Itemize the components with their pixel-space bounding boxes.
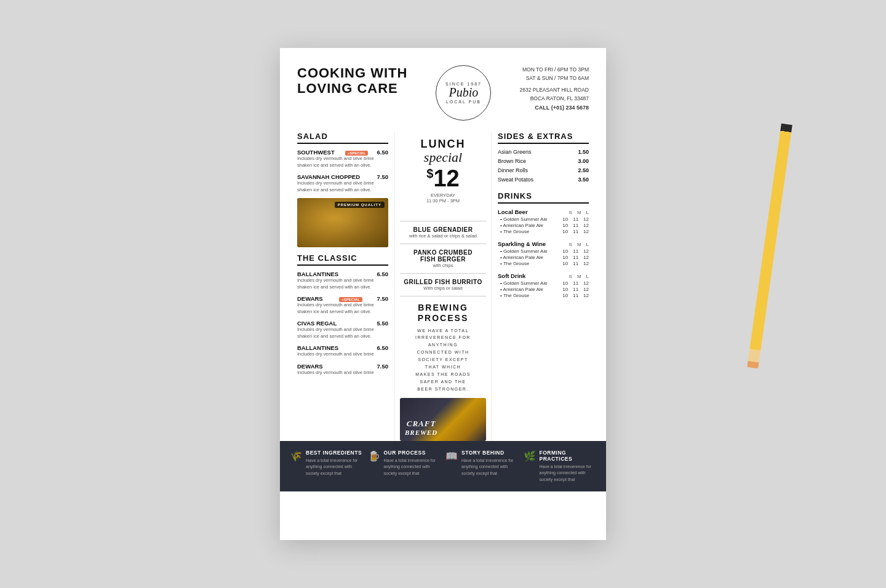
drinks-local-1: • American Pale Ale 10 11 12 bbox=[498, 223, 589, 228]
drinks-soft-0-vals: 10 11 12 bbox=[562, 280, 589, 286]
lunch-dish-0-sub: with rice & salad or chips & salad bbox=[400, 233, 486, 239]
lunch-special-section: LUNCH special $12 EVERYDAY 11:30 PM - 3P… bbox=[400, 132, 486, 216]
lunch-price-value: 12 bbox=[433, 165, 459, 191]
drinks-cat-2: Soft Drink S M L • Golden Summer Ale bbox=[498, 272, 589, 298]
lunch-hours-label: EVERYDAY 11:30 PM - 3PM bbox=[403, 193, 483, 204]
classic-item-1-price: 7.50 bbox=[377, 295, 389, 302]
salad-item-1: Savannah Chopped 7.50 Includes dry vermo… bbox=[297, 173, 388, 193]
sml-m-1: M bbox=[577, 242, 581, 247]
drinks-spark-1-vals: 10 11 12 bbox=[562, 255, 589, 260]
lunch-dish-1-sub: with chips bbox=[400, 263, 486, 268]
drinks-soft-1-vals: 10 11 12 bbox=[562, 287, 589, 292]
drinks-soft-2: • The Grouse 10 11 12 bbox=[498, 293, 589, 298]
lunch-price-symbol: $ bbox=[426, 167, 433, 180]
salad-item-1-desc: Includes dry vermouth and olive brine sh… bbox=[297, 180, 388, 193]
logo-subtitle: LOCAL PUB bbox=[446, 100, 481, 104]
logo-name: Pubio bbox=[449, 86, 479, 98]
classic-item-2-desc: Includes dry vermouth and olive brine sh… bbox=[297, 327, 388, 340]
lunch-divider-4 bbox=[400, 296, 486, 296]
sides-item-2-price: 2.50 bbox=[578, 167, 589, 173]
footer-item-3-desc: Have a total irreverence for anything co… bbox=[540, 464, 597, 483]
footer-item-3-content: Forming practices Have a total irreveren… bbox=[540, 450, 597, 483]
lunch-dish-2-name: Grilled fish burrito bbox=[400, 279, 486, 285]
story-behind-icon: 📖 bbox=[445, 450, 458, 462]
classic-item-2: Civas Regal 5.50 Includes dry vermouth a… bbox=[297, 320, 388, 340]
sml-l-2: L bbox=[586, 274, 589, 279]
footer-item-1: 🍺 Our process Have a total irreverence f… bbox=[368, 450, 441, 483]
drinks-local-2: • The Grouse 10 11 12 bbox=[498, 229, 589, 234]
sml-m-2: M bbox=[577, 274, 581, 279]
drinks-local-0-vals: 10 11 12 bbox=[562, 217, 589, 222]
drinks-soft-2-name: • The Grouse bbox=[500, 293, 562, 298]
menu-card: COOKING WITH LOVING CARE SINCE 1987 Pubi… bbox=[280, 48, 606, 540]
pencil-decoration bbox=[747, 124, 792, 369]
footer-item-3-title: Forming practices bbox=[540, 450, 597, 462]
classic-item-3-desc: Includes dry vermouth and olive brine bbox=[297, 351, 388, 358]
hours-weekend: SAT & SUN / 7PM TO 6AM bbox=[520, 74, 589, 82]
lunch-everyday: EVERYDAY bbox=[403, 193, 483, 198]
sides-item-1: Brown Rice 3.00 bbox=[498, 158, 589, 164]
classic-item-4-desc: Includes dry vermouth and olive brine bbox=[297, 370, 388, 376]
sides-section-title: SIDES & EXTRAS bbox=[498, 132, 589, 144]
salad-item-1-row: Savannah Chopped 7.50 bbox=[297, 173, 388, 180]
phone: CALL (+01) 234 5678 bbox=[520, 103, 589, 113]
drinks-spark-0-name: • Golden Summer Ale bbox=[500, 248, 562, 254]
food-photo: Premium QUALITY bbox=[297, 198, 388, 247]
food-photo-badge: Premium QUALITY bbox=[335, 202, 385, 208]
drinks-local-0: • Golden Summer Ale 10 11 12 bbox=[498, 217, 589, 222]
footer-item-2-content: Story behind Have a total irreverence fo… bbox=[461, 450, 519, 477]
footer-item-2-desc: Have a total irreverence for anything co… bbox=[461, 458, 519, 477]
drinks-cat-2-sml: S M L bbox=[569, 274, 589, 279]
classic-section-title: THE CLASSIC bbox=[297, 253, 388, 266]
footer-item-1-desc: Have a total irreverence for anything co… bbox=[384, 458, 441, 477]
salad-item-0-price: 6.50 bbox=[377, 149, 389, 156]
craft-label1: Craft bbox=[405, 419, 437, 428]
sides-item-2-name: Dinner Rolls bbox=[498, 167, 528, 173]
sides-item-3: Sweat Potatos 3.50 bbox=[498, 177, 589, 183]
drinks-cat-1: Sparkling & Wine S M L • Golden Summer A… bbox=[498, 240, 589, 266]
brewing-text: WE HAVE A TOTAL IRREVERENCE FOR ANYTHING… bbox=[400, 327, 486, 393]
tagline: COOKING WITH LOVING CARE bbox=[297, 65, 407, 97]
classic-item-0-desc: Includes dry vermouth and olive brine sh… bbox=[297, 277, 388, 290]
classic-item-2-price: 5.50 bbox=[377, 320, 389, 327]
drinks-spark-2-name: • The Grouse bbox=[500, 261, 562, 266]
salad-item-0-badge: +SPECIAL bbox=[345, 151, 369, 156]
drinks-local-2-vals: 10 11 12 bbox=[562, 229, 589, 234]
header-left: COOKING WITH LOVING CARE bbox=[297, 65, 407, 97]
classic-item-0-row: Ballantines 6.50 bbox=[297, 271, 388, 277]
drinks-spark-0-vals: 10 11 12 bbox=[562, 248, 589, 254]
classic-item-0-name: Ballantines bbox=[297, 271, 338, 277]
classic-item-2-name: Civas Regal bbox=[297, 320, 337, 327]
drinks-cat-1-name: Sparkling & Wine bbox=[498, 240, 546, 247]
drinks-local-2-name: • The Grouse bbox=[500, 229, 562, 234]
classic-item-4-name: Dewars bbox=[297, 363, 323, 370]
drinks-soft-0-name: • Golden Summer Ale bbox=[500, 280, 562, 286]
footer-item-1-title: Our process bbox=[384, 450, 441, 456]
drinks-cat-1-header: Sparkling & Wine S M L bbox=[498, 240, 589, 247]
header-info: MON TO FRI / 6PM TO 3PM SAT & SUN / 7PM … bbox=[520, 65, 589, 113]
salad-item-1-name: Savannah Chopped bbox=[297, 173, 360, 180]
footer-item-2-title: Story behind bbox=[461, 450, 519, 456]
brewing-section: BREWING PROCESS WE HAVE A TOTAL IRREVERE… bbox=[400, 303, 486, 441]
sml-s: S bbox=[569, 210, 572, 215]
drinks-spark-0: • Golden Summer Ale 10 11 12 bbox=[498, 248, 589, 254]
sml-s-2: S bbox=[569, 274, 572, 279]
footer-item-1-content: Our process Have a total irreverence for… bbox=[384, 450, 441, 477]
salad-item-0-row: Southwest +SPECIAL 6.50 bbox=[297, 149, 388, 156]
classic-item-3-name: Ballantines bbox=[297, 344, 338, 351]
craft-label2: BREWED bbox=[405, 429, 437, 436]
drinks-spark-1-name: • American Pale Ale bbox=[500, 255, 562, 260]
drinks-soft-2-vals: 10 11 12 bbox=[562, 293, 589, 298]
drinks-cat-0-header: Local Beer S M L bbox=[498, 209, 589, 215]
footer-item-0: 🌾 Best ingredients Have a total irrevere… bbox=[290, 450, 363, 483]
salad-item-1-price: 7.50 bbox=[377, 173, 389, 180]
address1: 2632 PLEASANT HILL ROAD bbox=[520, 85, 589, 94]
header-section: COOKING WITH LOVING CARE SINCE 1987 Pubi… bbox=[297, 65, 589, 121]
lunch-dish-0-name: Blue grenadier bbox=[400, 226, 486, 233]
sides-item-2: Dinner Rolls 2.50 bbox=[498, 167, 589, 173]
drinks-cat-0: Local Beer S M L • Golden Summer Ale bbox=[498, 209, 589, 234]
lunch-divider-2 bbox=[400, 244, 486, 244]
lunch-hours-time: 11:30 PM - 3PM bbox=[403, 198, 483, 204]
drinks-soft-1-name: • American Pale Ale bbox=[500, 287, 562, 292]
lunch-dish-1: Panko Crumbed Fish berger with chips bbox=[400, 249, 486, 268]
